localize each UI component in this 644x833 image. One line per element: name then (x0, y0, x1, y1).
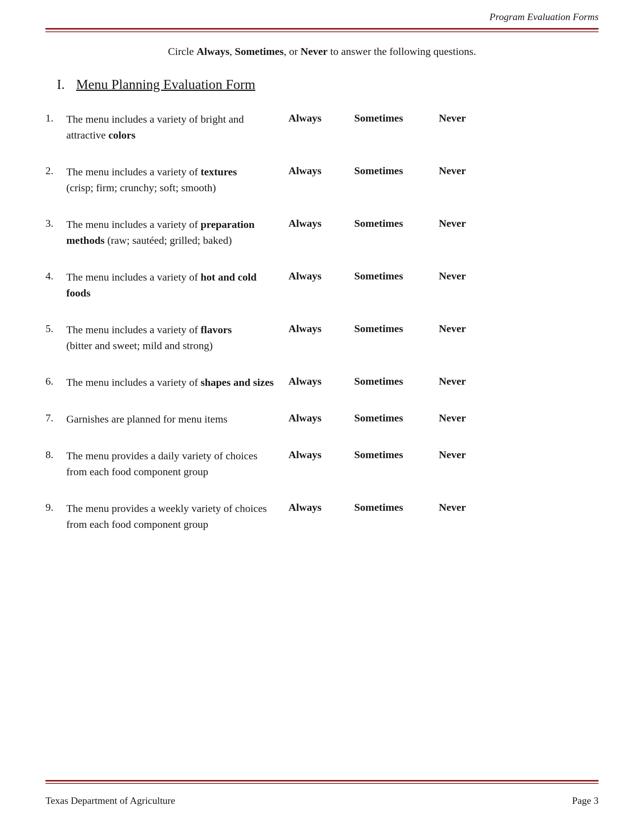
answer-always-1[interactable]: Always (286, 112, 324, 124)
answer-sometimes-2[interactable]: Sometimes (354, 165, 403, 177)
footer-line-1 (45, 780, 599, 782)
answer-never-1[interactable]: Never (433, 112, 471, 124)
answer-always-4[interactable]: Always (286, 270, 324, 282)
answer-sometimes-1[interactable]: Sometimes (354, 112, 403, 124)
answer-never-5[interactable]: Never (433, 323, 471, 335)
answer-options-4: Always Sometimes Never (286, 269, 483, 282)
answer-never-8[interactable]: Never (433, 449, 471, 461)
answer-sometimes-6[interactable]: Sometimes (354, 375, 403, 388)
question-text-6: The menu includes a variety of shapes an… (66, 375, 286, 391)
answer-always-8[interactable]: Always (286, 449, 324, 461)
question-row: 5. The menu includes a variety of flavor… (45, 322, 599, 357)
answer-sometimes-5[interactable]: Sometimes (354, 323, 403, 335)
footer-left: Texas Department of Agriculture (45, 795, 175, 807)
question-number-8: 8. (45, 448, 66, 461)
question-row: 1. The menu includes a variety of bright… (45, 111, 599, 147)
answer-sometimes-9[interactable]: Sometimes (354, 501, 403, 513)
form-title-section: I. Menu Planning Evaluation Form (45, 77, 599, 92)
question-number-9: 9. (45, 500, 66, 513)
instructions-always: Always (196, 45, 230, 57)
answer-sometimes-8[interactable]: Sometimes (354, 449, 403, 461)
answer-options-2: Always Sometimes Never (286, 164, 483, 177)
question-row: 3. The menu includes a variety of prepar… (45, 217, 599, 252)
question-row: 6. The menu includes a variety of shapes… (45, 375, 599, 394)
answer-sometimes-3[interactable]: Sometimes (354, 217, 403, 230)
question-text-4: The menu includes a variety of hot and c… (66, 269, 286, 301)
question-text-9: The menu provides a weekly variety of ch… (66, 500, 286, 532)
question-text-1: The menu includes a variety of bright an… (66, 111, 286, 143)
form-number: I. (57, 77, 65, 92)
answer-never-9[interactable]: Never (433, 501, 471, 513)
question-number-7: 7. (45, 411, 66, 424)
answer-options-7: Always Sometimes Never (286, 411, 483, 424)
answer-options-5: Always Sometimes Never (286, 322, 483, 335)
instructions-sometimes: Sometimes (235, 45, 284, 57)
instructions-comma2: , or (284, 45, 300, 57)
header: Program Evaluation Forms (45, 0, 599, 23)
instructions-prefix: Circle (168, 45, 196, 57)
question-number-4: 4. (45, 269, 66, 282)
answer-sometimes-7[interactable]: Sometimes (354, 412, 403, 424)
question-row: 7. Garnishes are planned for menu items … (45, 411, 599, 431)
answer-options-6: Always Sometimes Never (286, 375, 483, 388)
answer-always-3[interactable]: Always (286, 217, 324, 230)
question-text-7: Garnishes are planned for menu items (66, 411, 286, 427)
instructions-comma1: , (230, 45, 235, 57)
footer-line-2 (45, 783, 599, 784)
answer-always-2[interactable]: Always (286, 165, 324, 177)
answer-never-6[interactable]: Never (433, 375, 471, 388)
answer-never-4[interactable]: Never (433, 270, 471, 282)
form-title: Menu Planning Evaluation Form (76, 77, 255, 92)
instructions: Circle Always, Sometimes, or Never to an… (45, 45, 599, 58)
answer-never-7[interactable]: Never (433, 412, 471, 424)
answer-never-2[interactable]: Never (433, 165, 471, 177)
answer-always-7[interactable]: Always (286, 412, 324, 424)
question-row: 4. The menu includes a variety of hot an… (45, 269, 599, 305)
footer-right: Page 3 (572, 795, 599, 807)
header-line-top (45, 28, 599, 29)
question-row: 2. The menu includes a variety of textur… (45, 164, 599, 199)
question-number-2: 2. (45, 164, 66, 177)
instructions-suffix: to answer the following questions. (328, 45, 476, 57)
questions-section: 1. The menu includes a variety of bright… (45, 111, 599, 536)
answer-options-3: Always Sometimes Never (286, 217, 483, 230)
answer-options-9: Always Sometimes Never (286, 500, 483, 513)
answer-options-1: Always Sometimes Never (286, 111, 483, 124)
answer-always-5[interactable]: Always (286, 323, 324, 335)
footer: Texas Department of Agriculture Page 3 (45, 795, 599, 807)
question-text-2: The menu includes a variety of textures(… (66, 164, 286, 196)
question-text-8: The menu provides a daily variety of cho… (66, 448, 286, 480)
header-title: Program Evaluation Forms (489, 11, 599, 23)
answer-sometimes-4[interactable]: Sometimes (354, 270, 403, 282)
question-number-6: 6. (45, 375, 66, 388)
question-number-1: 1. (45, 111, 66, 124)
question-text-5: The menu includes a variety of flavors(b… (66, 322, 286, 354)
question-row: 9. The menu provides a weekly variety of… (45, 500, 599, 536)
question-number-5: 5. (45, 322, 66, 335)
footer-lines (45, 780, 599, 784)
answer-always-6[interactable]: Always (286, 375, 324, 388)
header-line-bottom (45, 31, 599, 32)
question-row: 8. The menu provides a daily variety of … (45, 448, 599, 484)
question-number-3: 3. (45, 217, 66, 230)
answer-never-3[interactable]: Never (433, 217, 471, 230)
answer-options-8: Always Sometimes Never (286, 448, 483, 461)
answer-always-9[interactable]: Always (286, 501, 324, 513)
instructions-never: Never (300, 45, 328, 57)
question-text-3: The menu includes a variety of preparati… (66, 217, 286, 248)
page-container: Program Evaluation Forms Circle Always, … (0, 0, 644, 833)
